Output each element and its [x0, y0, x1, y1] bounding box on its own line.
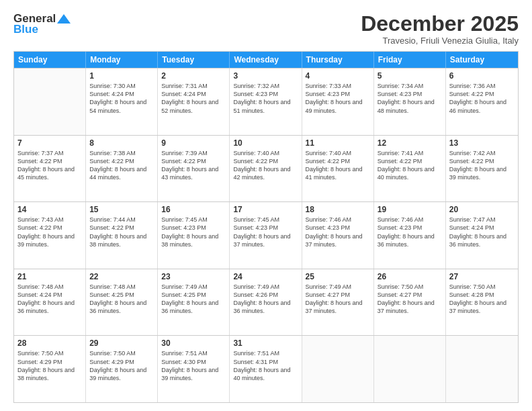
calendar-cell: 20Sunrise: 7:47 AM Sunset: 4:24 PM Dayli… [446, 202, 518, 269]
day-number: 24 [233, 272, 298, 281]
calendar-cell: 28Sunrise: 7:50 AM Sunset: 4:29 PM Dayli… [14, 336, 86, 402]
day-info: Sunrise: 7:41 AM Sunset: 4:22 PM Dayligh… [378, 149, 442, 182]
svg-marker-0 [57, 14, 71, 24]
day-info: Sunrise: 7:50 AM Sunset: 4:29 PM Dayligh… [17, 349, 82, 382]
calendar-row: 14Sunrise: 7:43 AM Sunset: 4:22 PM Dayli… [14, 201, 518, 269]
day-info: Sunrise: 7:50 AM Sunset: 4:28 PM Dayligh… [449, 283, 515, 316]
day-number: 21 [17, 272, 82, 281]
day-info: Sunrise: 7:37 AM Sunset: 4:22 PM Dayligh… [17, 149, 82, 182]
day-number: 27 [449, 272, 515, 281]
day-number: 5 [378, 71, 442, 81]
day-number: 6 [449, 71, 515, 81]
day-info: Sunrise: 7:42 AM Sunset: 4:22 PM Dayligh… [449, 149, 515, 182]
day-info: Sunrise: 7:45 AM Sunset: 4:23 PM Dayligh… [233, 216, 298, 248]
calendar-cell: 3Sunrise: 7:32 AM Sunset: 4:23 PM Daylig… [230, 68, 302, 135]
calendar-cell: 10Sunrise: 7:40 AM Sunset: 4:22 PM Dayli… [230, 136, 302, 202]
day-number: 15 [89, 205, 154, 214]
logo: General Blue [13, 12, 71, 36]
day-info: Sunrise: 7:46 AM Sunset: 4:23 PM Dayligh… [306, 216, 370, 248]
location: Travesio, Friuli Venezia Giulia, Italy [361, 36, 519, 46]
calendar-row: 28Sunrise: 7:50 AM Sunset: 4:29 PM Dayli… [14, 335, 518, 402]
logo-icon [57, 13, 71, 25]
calendar-header-cell: Tuesday [158, 52, 230, 68]
calendar-header-cell: Wednesday [230, 52, 302, 68]
day-number: 3 [233, 71, 298, 81]
calendar-cell: 18Sunrise: 7:46 AM Sunset: 4:23 PM Dayli… [302, 202, 374, 269]
day-info: Sunrise: 7:32 AM Sunset: 4:23 PM Dayligh… [233, 82, 298, 115]
calendar-header-cell: Monday [86, 52, 158, 68]
day-number: 29 [89, 338, 154, 348]
calendar-cell [302, 336, 374, 402]
calendar-cell: 1Sunrise: 7:30 AM Sunset: 4:24 PM Daylig… [86, 68, 158, 135]
day-info: Sunrise: 7:47 AM Sunset: 4:24 PM Dayligh… [449, 216, 515, 248]
day-number: 26 [378, 272, 442, 281]
day-number: 18 [306, 205, 370, 214]
calendar: SundayMondayTuesdayWednesdayThursdayFrid… [13, 51, 519, 403]
day-number: 4 [306, 71, 370, 81]
page: General Blue December 2025 Travesio, Fri… [0, 0, 532, 411]
day-info: Sunrise: 7:31 AM Sunset: 4:24 PM Dayligh… [161, 82, 226, 115]
day-info: Sunrise: 7:43 AM Sunset: 4:22 PM Dayligh… [17, 216, 82, 248]
day-number: 20 [449, 205, 515, 214]
day-number: 11 [306, 138, 370, 148]
day-number: 17 [233, 205, 298, 214]
calendar-cell: 19Sunrise: 7:46 AM Sunset: 4:23 PM Dayli… [374, 202, 446, 269]
calendar-header-cell: Thursday [302, 52, 374, 68]
calendar-cell [446, 336, 518, 402]
calendar-header-cell: Friday [374, 52, 446, 68]
day-info: Sunrise: 7:48 AM Sunset: 4:25 PM Dayligh… [89, 283, 154, 316]
day-info: Sunrise: 7:45 AM Sunset: 4:23 PM Dayligh… [161, 216, 226, 248]
calendar-cell: 9Sunrise: 7:39 AM Sunset: 4:22 PM Daylig… [158, 136, 230, 202]
day-info: Sunrise: 7:40 AM Sunset: 4:22 PM Dayligh… [306, 149, 370, 182]
title-block: December 2025 Travesio, Friuli Venezia G… [361, 12, 519, 46]
calendar-cell: 2Sunrise: 7:31 AM Sunset: 4:24 PM Daylig… [158, 68, 230, 135]
calendar-header-cell: Sunday [14, 52, 86, 68]
day-number: 9 [161, 138, 226, 148]
calendar-cell: 11Sunrise: 7:40 AM Sunset: 4:22 PM Dayli… [302, 136, 374, 202]
day-number: 7 [17, 138, 82, 148]
header: General Blue December 2025 Travesio, Fri… [13, 12, 519, 46]
day-number: 30 [161, 338, 226, 348]
calendar-cell: 7Sunrise: 7:37 AM Sunset: 4:22 PM Daylig… [14, 136, 86, 202]
calendar-cell [14, 68, 86, 135]
day-number: 10 [233, 138, 298, 148]
calendar-cell: 27Sunrise: 7:50 AM Sunset: 4:28 PM Dayli… [446, 269, 518, 336]
day-info: Sunrise: 7:38 AM Sunset: 4:22 PM Dayligh… [89, 149, 154, 182]
calendar-cell: 31Sunrise: 7:51 AM Sunset: 4:31 PM Dayli… [230, 336, 302, 402]
calendar-cell: 14Sunrise: 7:43 AM Sunset: 4:22 PM Dayli… [14, 202, 86, 269]
calendar-cell: 12Sunrise: 7:41 AM Sunset: 4:22 PM Dayli… [374, 136, 446, 202]
day-info: Sunrise: 7:50 AM Sunset: 4:27 PM Dayligh… [378, 283, 442, 316]
day-number: 1 [89, 71, 154, 81]
calendar-header-cell: Saturday [446, 52, 518, 68]
calendar-cell: 23Sunrise: 7:49 AM Sunset: 4:25 PM Dayli… [158, 269, 230, 336]
calendar-cell: 22Sunrise: 7:48 AM Sunset: 4:25 PM Dayli… [86, 269, 158, 336]
day-number: 14 [17, 205, 82, 214]
day-info: Sunrise: 7:46 AM Sunset: 4:23 PM Dayligh… [378, 216, 442, 248]
day-number: 13 [449, 138, 515, 148]
day-number: 16 [161, 205, 226, 214]
day-info: Sunrise: 7:50 AM Sunset: 4:29 PM Dayligh… [89, 349, 154, 382]
calendar-body: 1Sunrise: 7:30 AM Sunset: 4:24 PM Daylig… [14, 68, 518, 402]
calendar-cell: 30Sunrise: 7:51 AM Sunset: 4:30 PM Dayli… [158, 336, 230, 402]
calendar-header: SundayMondayTuesdayWednesdayThursdayFrid… [14, 52, 518, 68]
day-info: Sunrise: 7:40 AM Sunset: 4:22 PM Dayligh… [233, 149, 298, 182]
day-info: Sunrise: 7:48 AM Sunset: 4:24 PM Dayligh… [17, 283, 82, 316]
calendar-row: 1Sunrise: 7:30 AM Sunset: 4:24 PM Daylig… [14, 68, 518, 135]
month-title: December 2025 [361, 12, 519, 36]
calendar-cell: 8Sunrise: 7:38 AM Sunset: 4:22 PM Daylig… [86, 136, 158, 202]
day-info: Sunrise: 7:49 AM Sunset: 4:26 PM Dayligh… [233, 283, 298, 316]
calendar-cell: 5Sunrise: 7:34 AM Sunset: 4:23 PM Daylig… [374, 68, 446, 135]
calendar-cell: 24Sunrise: 7:49 AM Sunset: 4:26 PM Dayli… [230, 269, 302, 336]
calendar-cell: 26Sunrise: 7:50 AM Sunset: 4:27 PM Dayli… [374, 269, 446, 336]
calendar-row: 21Sunrise: 7:48 AM Sunset: 4:24 PM Dayli… [14, 269, 518, 336]
calendar-cell: 15Sunrise: 7:44 AM Sunset: 4:22 PM Dayli… [86, 202, 158, 269]
calendar-cell: 29Sunrise: 7:50 AM Sunset: 4:29 PM Dayli… [86, 336, 158, 402]
calendar-cell: 25Sunrise: 7:49 AM Sunset: 4:27 PM Dayli… [302, 269, 374, 336]
calendar-row: 7Sunrise: 7:37 AM Sunset: 4:22 PM Daylig… [14, 135, 518, 202]
day-number: 19 [378, 205, 442, 214]
day-info: Sunrise: 7:34 AM Sunset: 4:23 PM Dayligh… [378, 82, 442, 115]
day-info: Sunrise: 7:39 AM Sunset: 4:22 PM Dayligh… [161, 149, 226, 182]
calendar-cell: 13Sunrise: 7:42 AM Sunset: 4:22 PM Dayli… [446, 136, 518, 202]
calendar-cell: 4Sunrise: 7:33 AM Sunset: 4:23 PM Daylig… [302, 68, 374, 135]
day-info: Sunrise: 7:36 AM Sunset: 4:22 PM Dayligh… [449, 82, 515, 115]
